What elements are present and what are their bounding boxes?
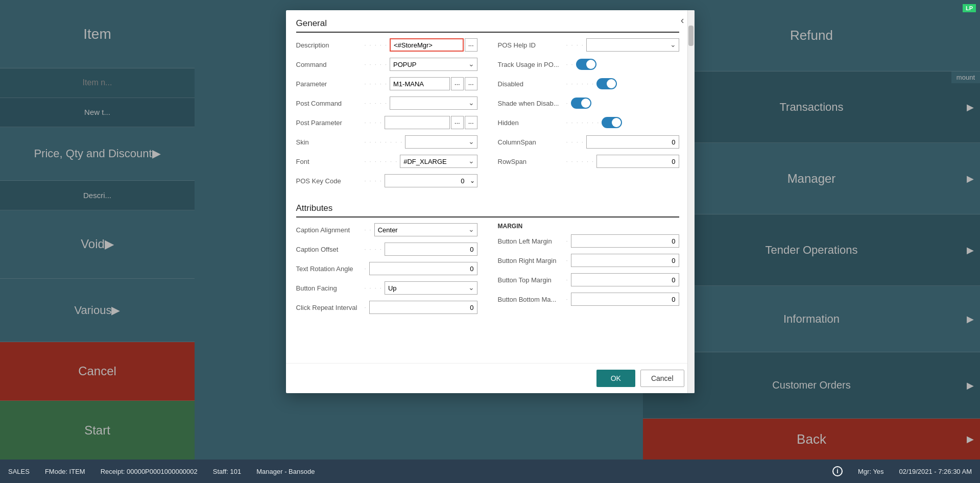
btn-bottom-margin-input[interactable] xyxy=(571,293,679,306)
track-usage-toggle[interactable] xyxy=(576,59,596,70)
description-dots-btn[interactable]: ··· xyxy=(465,38,477,52)
lp-badge: LP xyxy=(963,4,976,12)
column-span-row: ColumnSpan · · · · xyxy=(498,135,679,149)
pos-help-id-control xyxy=(586,38,679,52)
attributes-form: Caption Alignment · · Center Caption Off… xyxy=(296,223,679,320)
command-label: Command xyxy=(296,61,363,68)
status-receipt: Receipt: 00000P0001000000002 xyxy=(101,468,198,475)
track-usage-dots: · · xyxy=(566,61,574,67)
modal-scrollbar[interactable] xyxy=(687,10,695,393)
skin-select[interactable] xyxy=(405,135,477,149)
parameter-label: Parameter xyxy=(296,80,363,88)
disabled-toggle[interactable] xyxy=(596,78,617,89)
attributes-right-col: MARGIN Button Left Margin · Button Right… xyxy=(498,223,679,320)
post-parameter-dots: · · · · xyxy=(365,119,383,126)
modal-close-button[interactable]: ‹ xyxy=(681,14,684,26)
hidden-label: Hidden xyxy=(498,119,564,127)
click-repeat-label: Click Repeat Interval xyxy=(296,304,363,311)
info-icon[interactable]: i xyxy=(832,466,843,476)
caption-align-dots: · · xyxy=(365,227,372,233)
text-rotation-input[interactable] xyxy=(369,262,477,275)
text-rotation-row: Text Rotation Angle · xyxy=(296,261,477,276)
general-right-col: POS Help ID · · · · Track Usage in PO...… xyxy=(498,38,679,193)
pos-help-id-dots: · · · · xyxy=(566,42,584,48)
status-manager: Manager - Bansode xyxy=(256,468,315,475)
attributes-left-col: Caption Alignment · · Center Caption Off… xyxy=(296,223,477,320)
command-dots: · · · · · xyxy=(365,61,388,67)
pos-key-code-row: POS Key Code · · · · ⌄ xyxy=(296,174,477,188)
button-facing-dots: · · · · xyxy=(365,285,383,291)
text-rotation-control xyxy=(369,262,477,275)
post-parameter-input[interactable] xyxy=(385,116,450,129)
btn-right-dots: · xyxy=(566,257,569,263)
caption-offset-input[interactable] xyxy=(385,243,477,256)
parameter-row: Parameter · · · · · ··· ··· xyxy=(296,77,477,91)
shade-disabled-toggle[interactable] xyxy=(571,98,591,109)
shade-disabled-dots: · xyxy=(566,100,569,106)
skin-control xyxy=(405,135,477,149)
row-span-control xyxy=(596,155,679,168)
post-parameter-btn2[interactable]: ··· xyxy=(465,116,477,129)
hidden-toggle[interactable] xyxy=(602,117,622,128)
btn-left-margin-input[interactable] xyxy=(571,234,679,248)
cancel-button[interactable]: Cancel xyxy=(640,370,684,387)
post-command-dots: · · · · · xyxy=(365,100,388,106)
skin-label: Skin xyxy=(296,138,363,146)
pos-key-code-input[interactable] xyxy=(385,174,468,187)
caption-offset-label: Caption Offset xyxy=(296,246,363,253)
track-usage-row: Track Usage in PO... · · xyxy=(498,57,679,71)
status-staff: Staff: 101 xyxy=(213,468,241,475)
pos-help-id-row: POS Help ID · · · · xyxy=(498,38,679,52)
btn-top-margin-input[interactable] xyxy=(571,273,679,286)
modal-overlay: General Description · · · · · ··· xyxy=(0,0,980,460)
button-facing-control: Up xyxy=(385,281,477,295)
status-mgr: Mgr: Yes xyxy=(858,468,884,475)
pos-help-id-label: POS Help ID xyxy=(498,41,564,49)
btn-right-margin-input[interactable] xyxy=(571,254,679,267)
caption-offset-control xyxy=(385,243,477,256)
pos-help-id-select[interactable] xyxy=(586,38,679,52)
column-span-input[interactable] xyxy=(586,135,679,149)
font-select[interactable]: #DF_XLARGE xyxy=(400,155,477,168)
description-dots: · · · · · xyxy=(365,42,388,48)
modal-scroll-thumb[interactable] xyxy=(688,26,694,46)
caption-alignment-select[interactable]: Center xyxy=(374,223,477,236)
post-parameter-label: Post Parameter xyxy=(296,119,363,127)
pos-key-code-dropdown[interactable]: ⌄ xyxy=(468,174,477,187)
disabled-row: Disabled · · · · · · xyxy=(498,77,679,91)
post-command-label: Post Command xyxy=(296,100,363,107)
disabled-dots: · · · · · · xyxy=(566,81,595,87)
text-rotation-label: Text Rotation Angle xyxy=(296,265,363,273)
command-select[interactable]: POPUP xyxy=(390,58,477,71)
btn-top-dots: · xyxy=(566,277,569,283)
caption-offset-dots: · · · · xyxy=(365,246,383,252)
post-parameter-btn1[interactable]: ··· xyxy=(451,116,464,129)
parameter-btn1[interactable]: ··· xyxy=(451,77,464,90)
font-label: Font xyxy=(296,158,363,165)
font-control: #DF_XLARGE xyxy=(400,155,477,168)
button-facing-select[interactable]: Up xyxy=(385,281,477,295)
status-sales: SALES xyxy=(8,468,30,475)
shade-disabled-label: Shade when Disab... xyxy=(498,100,564,107)
parameter-btn2[interactable]: ··· xyxy=(465,77,477,90)
click-repeat-input[interactable] xyxy=(369,301,477,314)
description-input[interactable] xyxy=(390,38,464,52)
btn-top-margin-row: Button Top Margin · xyxy=(498,273,679,287)
pos-key-code-dots: · · · · xyxy=(365,178,383,184)
pos-key-code-control: ⌄ xyxy=(385,174,477,187)
font-row: Font · · · · · · · #DF_XLARGE xyxy=(296,154,477,168)
row-span-input[interactable] xyxy=(596,155,679,168)
btn-left-margin-label: Button Left Margin xyxy=(498,237,564,245)
parameter-input[interactable] xyxy=(390,77,450,90)
skin-dots: · · · · · · · · xyxy=(365,139,403,145)
disabled-label: Disabled xyxy=(498,80,564,88)
font-dots: · · · · · · · xyxy=(365,158,398,164)
post-command-control xyxy=(390,96,477,110)
status-datetime: 02/19/2021 - 7:26:30 AM xyxy=(899,468,972,475)
ok-button[interactable]: OK xyxy=(596,370,635,387)
hidden-row: Hidden · · · · · · · xyxy=(498,115,679,130)
post-command-select[interactable] xyxy=(390,96,477,110)
btn-bottom-margin-row: Button Bottom Ma... · xyxy=(498,292,679,306)
general-section-title: General xyxy=(296,18,679,33)
margin-title: MARGIN xyxy=(498,223,679,230)
